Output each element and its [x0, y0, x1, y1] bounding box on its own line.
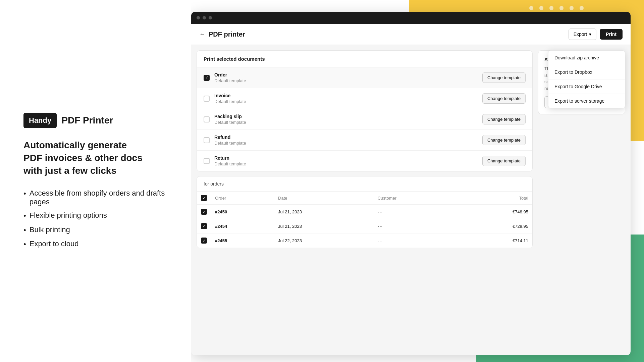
- doc-checkbox-refund[interactable]: [204, 137, 210, 143]
- docs-panel: Print selected documents Order Default t…: [197, 50, 533, 352]
- row-check-2455[interactable]: [201, 238, 207, 244]
- doc-info-invoice: Invoice Default template: [214, 93, 478, 104]
- feature-item-3: Bulk printing: [23, 225, 171, 235]
- bg-dots: [529, 6, 584, 10]
- doc-name-order: Order: [214, 72, 478, 77]
- browser-dot-1: [197, 16, 200, 19]
- row-check-2454[interactable]: [201, 223, 207, 229]
- feature-item-2: Flexible printing options: [23, 211, 171, 221]
- orders-card: for orders Order Date Customer Total: [197, 176, 533, 248]
- app-header-left: ← PDF printer: [199, 31, 245, 38]
- doc-row-refund: Refund Default template Change template: [197, 130, 532, 151]
- feature-item-4: Export to cloud: [23, 240, 171, 249]
- chevron-down-icon: ▾: [589, 32, 591, 37]
- right-sidebar: Available documents There is listed docu…: [538, 50, 625, 352]
- export-dropdown: Download zip archive Export to Dropbox E…: [548, 50, 625, 108]
- doc-name-packing-slip: Packing slip: [214, 114, 478, 119]
- doc-row-invoice: Invoice Default template Change template: [197, 88, 532, 109]
- doc-name-invoice: Invoice: [214, 93, 478, 98]
- order-num-2450: #2450: [211, 205, 274, 219]
- th-checkbox: [197, 192, 211, 205]
- row-check-2450[interactable]: [201, 209, 207, 215]
- th-order: Order: [211, 192, 274, 205]
- doc-info-return: Return Default template: [214, 155, 478, 166]
- row-checkbox-2450: [197, 205, 211, 219]
- table-row: #2455 Jul 22, 2023 - - €714.11: [197, 234, 532, 248]
- th-customer: Customer: [374, 192, 458, 205]
- export-label: Export: [574, 32, 587, 37]
- select-all-checkbox[interactable]: [201, 195, 207, 201]
- dropdown-item-zip[interactable]: Download zip archive: [548, 51, 625, 65]
- order-num-2455: #2455: [211, 234, 274, 248]
- change-template-order[interactable]: Change template: [482, 72, 526, 83]
- doc-checkbox-packing-slip[interactable]: [204, 116, 210, 122]
- doc-info-refund: Refund Default template: [214, 135, 478, 146]
- change-template-return[interactable]: Change template: [482, 156, 526, 166]
- dot-2: [539, 6, 543, 10]
- doc-row-return: Return Default template Change template: [197, 151, 532, 171]
- order-date-2454: Jul 21, 2023: [274, 219, 374, 234]
- export-button[interactable]: Export ▾: [569, 29, 596, 40]
- dot-3: [549, 6, 553, 10]
- doc-name-refund: Refund: [214, 135, 478, 140]
- change-template-refund[interactable]: Change template: [482, 135, 526, 145]
- doc-template-return: Default template: [214, 161, 478, 166]
- order-date-2455: Jul 22, 2023: [274, 234, 374, 248]
- doc-row-packing-slip: Packing slip Default template Change tem…: [197, 109, 532, 130]
- doc-name-return: Return: [214, 155, 478, 161]
- change-template-invoice[interactable]: Change template: [482, 93, 526, 104]
- app-header: ← PDF printer Export ▾ Print: [191, 24, 631, 45]
- app-content: Print selected documents Order Default t…: [191, 45, 631, 355]
- doc-row-order: Order Default template Change template: [197, 67, 532, 88]
- th-total: Total: [458, 192, 532, 205]
- change-template-packing-slip[interactable]: Change template: [482, 114, 526, 124]
- doc-checkbox-return[interactable]: [204, 158, 210, 164]
- browser-dot-2: [203, 16, 206, 19]
- dot-4: [559, 6, 564, 10]
- orders-table: Order Date Customer Total #: [197, 192, 532, 248]
- print-documents-title: Print selected documents: [197, 51, 532, 67]
- order-date-2450: Jul 21, 2023: [274, 205, 374, 219]
- left-panel: Handy PDF Printer Automatically generate…: [0, 0, 191, 362]
- th-date: Date: [274, 192, 374, 205]
- doc-template-refund: Default template: [214, 141, 478, 146]
- order-num-2454: #2454: [211, 219, 274, 234]
- doc-template-packing-slip: Default template: [214, 120, 478, 125]
- row-checkbox-2454: [197, 219, 211, 234]
- dropdown-item-gdrive[interactable]: Export to Google Drive: [548, 80, 625, 94]
- back-button[interactable]: ←: [199, 31, 205, 38]
- browser-titlebar: [191, 12, 631, 24]
- features-list: Accessible from shopify orders and draft…: [23, 189, 171, 249]
- order-customer-2455: - -: [374, 234, 458, 248]
- order-total-2455: €714.11: [458, 234, 532, 248]
- browser-window: ← PDF printer Export ▾ Print Print selec…: [191, 12, 631, 355]
- feature-item-1: Accessible from shopify orders and draft…: [23, 189, 171, 206]
- order-total-2454: €729.95: [458, 219, 532, 234]
- logo-container: Handy PDF Printer: [23, 113, 171, 128]
- dropdown-item-server[interactable]: Export to server storage: [548, 94, 625, 108]
- dot-1: [529, 6, 533, 10]
- doc-info-packing-slip: Packing slip Default template: [214, 114, 478, 125]
- orders-section-title: for orders: [197, 176, 532, 192]
- doc-checkbox-order[interactable]: [204, 75, 210, 81]
- doc-template-order: Default template: [214, 78, 478, 83]
- row-checkbox-2455: [197, 234, 211, 248]
- table-row: #2450 Jul 21, 2023 - - €748.95: [197, 205, 532, 219]
- logo-text: PDF Printer: [61, 115, 113, 126]
- print-button[interactable]: Print: [600, 29, 623, 40]
- page-title: PDF printer: [209, 31, 245, 38]
- header-actions: Export ▾ Print: [569, 29, 623, 40]
- right-area: ← PDF printer Export ▾ Print Print selec…: [191, 0, 644, 362]
- order-total-2450: €748.95: [458, 205, 532, 219]
- doc-checkbox-invoice[interactable]: [204, 96, 210, 102]
- table-row: #2454 Jul 21, 2023 - - €729.95: [197, 219, 532, 234]
- browser-dot-3: [209, 16, 212, 19]
- doc-template-invoice: Default template: [214, 99, 478, 104]
- print-documents-card: Print selected documents Order Default t…: [197, 50, 533, 171]
- logo-badge: Handy: [23, 113, 57, 128]
- doc-info-order: Order Default template: [214, 72, 478, 83]
- dot-5: [570, 6, 574, 10]
- dot-6: [580, 6, 584, 10]
- tagline: Automatically generatePDF invoices & oth…: [23, 139, 171, 177]
- dropdown-item-dropbox[interactable]: Export to Dropbox: [548, 65, 625, 80]
